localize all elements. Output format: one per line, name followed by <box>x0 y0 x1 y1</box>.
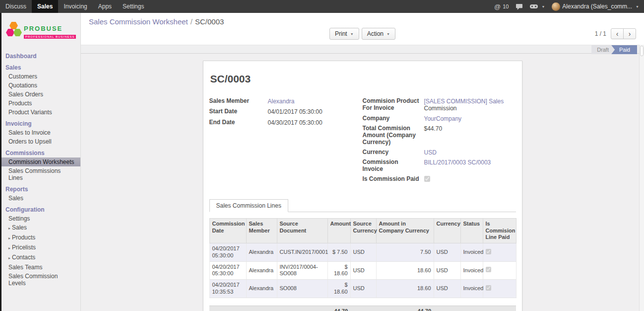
pager-previous-button[interactable]: ‹ <box>611 28 624 39</box>
sidebar-item-orders-to-upsell[interactable]: Orders to Upsell <box>1 137 80 146</box>
is-commission-paid-checkbox <box>424 176 430 182</box>
sidebar-section-reports[interactable]: Reports <box>1 185 80 194</box>
caret-down-icon: ▼ <box>386 32 390 36</box>
tools-menu-button[interactable]: ▼ <box>530 4 545 9</box>
at-icon: @ <box>494 3 501 10</box>
sidebar-item-sales-orders[interactable]: Sales Orders <box>1 90 80 99</box>
sidebar-item-label: Products <box>12 234 35 241</box>
status-paid[interactable]: Paid <box>611 45 637 54</box>
sidebar-item-quotations[interactable]: Quotations <box>1 81 80 90</box>
field-label-is-commission-paid: Is Commission Paid <box>363 176 424 183</box>
cell-line-paid <box>483 243 516 262</box>
menu-invoicing[interactable]: Invoicing <box>58 0 92 13</box>
sidebar-item-commission-worksheets[interactable]: Commission Worksheets <box>1 157 80 166</box>
sidebar: PROBUSE PROFESSIONAL BUSINESS Dashboard … <box>0 13 81 311</box>
logo-title: PROBUSE <box>24 25 63 32</box>
sidebar-item-sales-commission-levels[interactable]: Sales Commission Levels <box>1 272 80 288</box>
col-source-currency[interactable]: Source Currency <box>350 218 376 243</box>
sidebar-item-pricelists[interactable]: ▸Pricelists <box>1 243 80 253</box>
action-button-label: Action <box>367 30 384 37</box>
col-commission-date[interactable]: Commission Date <box>209 218 246 243</box>
left-field-group: Sales Member Alexandra Start Date 04/01/… <box>209 98 363 183</box>
cell-source-currency: USD <box>350 261 376 280</box>
tab-sales-commission-lines[interactable]: Sales Commission Lines <box>209 199 288 212</box>
sidebar-item-product-variants[interactable]: Product Variants <box>1 108 80 117</box>
menu-sales[interactable]: Sales <box>32 0 58 13</box>
start-date-value: 04/01/2017 05:30:00 <box>268 108 358 115</box>
sidebar-item-products-config[interactable]: ▸Products <box>1 233 80 243</box>
cell-sales-member: Alexandra <box>246 243 277 262</box>
logo-subtitle: PROFESSIONAL BUSINESS <box>24 35 76 39</box>
breadcrumb-parent[interactable]: Sales Commission Worksheet <box>89 17 188 26</box>
company-link[interactable]: YourCompany <box>424 115 462 122</box>
sidebar-item-sales-config[interactable]: ▸Sales <box>1 223 80 233</box>
sales-member-link[interactable]: Alexandra <box>268 98 295 105</box>
total-amount: 44.70 <box>327 306 350 311</box>
commission-product-link[interactable]: [SALES COMMISSION] Sales <box>424 98 504 105</box>
col-currency[interactable]: Currency <box>434 218 460 243</box>
sidebar-item-sales-to-invoice[interactable]: Sales to Invoice <box>1 128 80 137</box>
caret-down-icon: ▼ <box>541 5 545 8</box>
action-button[interactable]: Action ▼ <box>362 28 395 40</box>
sidebar-section-configuration[interactable]: Configuration <box>1 205 80 214</box>
pager-next-button[interactable]: › <box>623 28 636 39</box>
field-label-currency: Currency <box>363 149 424 156</box>
sidebar-item-sales-report[interactable]: Sales <box>1 194 80 203</box>
cell-source-document: SO008 <box>277 280 327 298</box>
col-sales-member[interactable]: Sales Member <box>246 218 277 243</box>
status-draft[interactable]: Draft <box>591 45 615 54</box>
col-amount-company-currency[interactable]: Amount in Company Currency <box>376 218 434 243</box>
record-title: SC/0003 <box>210 73 516 85</box>
sidebar-item-customers[interactable]: Customers <box>1 72 80 81</box>
mention-count: 10 <box>503 3 509 9</box>
menu-discuss[interactable]: Discuss <box>0 0 32 13</box>
commission-invoice-link[interactable]: BILL/2017/0003 SC/0003 <box>424 159 491 166</box>
col-amount[interactable]: Amount <box>327 218 350 243</box>
table-row[interactable]: 04/20/2017 05:30:00 Alexandra CUST.IN/20… <box>209 243 516 262</box>
table-row[interactable]: 04/20/2017 10:35:53 Alexandra SO008 $ 18… <box>209 280 516 298</box>
sidebar-item-products[interactable]: Products <box>1 99 80 108</box>
field-label-commission-invoice: Commission Invoice <box>363 159 424 173</box>
sidebar-section-sales[interactable]: Sales <box>1 63 80 72</box>
cell-source-document: INV/2017/0004-SO008 <box>277 261 327 280</box>
tools-icon <box>530 4 538 9</box>
mentions-button[interactable]: @ 10 <box>494 3 509 10</box>
messages-button[interactable] <box>515 3 523 10</box>
currency-link[interactable]: USD <box>424 149 437 156</box>
col-source-document[interactable]: Source Document <box>277 218 327 243</box>
systray: @ 10 ▼ Alexandra (Sales_comm... ▼ <box>494 0 644 13</box>
chevron-right-icon: ▸ <box>8 256 10 260</box>
print-button[interactable]: Print ▼ <box>329 28 359 40</box>
sidebar-item-settings[interactable]: Settings <box>1 214 80 223</box>
user-name: Alexandra (Sales_comm... <box>562 3 632 10</box>
sidebar-item-contacts[interactable]: ▸Contacts <box>1 253 80 263</box>
breadcrumb: Sales Commission Worksheet/SC/0003 <box>89 17 224 26</box>
sidebar-item-sales-commissions-lines[interactable]: Sales Commissions Lines <box>1 166 80 182</box>
col-line-paid[interactable]: Is Commision Line Paid <box>483 218 516 243</box>
user-menu[interactable]: Alexandra (Sales_comm... ▼ <box>552 2 639 11</box>
menu-apps[interactable]: Apps <box>93 0 117 13</box>
sidebar-section-dashboard[interactable]: Dashboard <box>1 52 80 61</box>
sidebar-section-invoicing[interactable]: Invoicing <box>1 119 80 128</box>
tab-bar: Sales Commission Lines <box>209 199 516 212</box>
total-company-amount: 44.70 <box>376 306 434 311</box>
right-field-group: Commision Product For Invoice [SALES COM… <box>363 98 516 183</box>
menu-settings[interactable]: Settings <box>117 0 149 13</box>
col-status[interactable]: Status <box>460 218 483 243</box>
logo-hexagons-icon <box>5 20 21 43</box>
field-label-total-commission: Total Commision Amount (Company Currency… <box>363 125 424 146</box>
table-row[interactable]: 04/20/2017 05:30:00 Alexandra INV/2017/0… <box>209 261 516 280</box>
control-panel: Sales Commission Worksheet/SC/0003 Print… <box>81 13 644 45</box>
cell-line-paid <box>483 280 516 298</box>
line-paid-checkbox <box>486 249 491 254</box>
sidebar-section-commissions[interactable]: Commissions <box>1 149 80 157</box>
chat-bubble-icon <box>515 3 523 10</box>
sidebar-item-sales-teams[interactable]: Sales Teams <box>1 263 80 272</box>
top-menu: Discuss Sales Invoicing Apps Settings <box>0 0 149 13</box>
user-avatar <box>552 2 560 11</box>
app-window: Discuss Sales Invoicing Apps Settings @ … <box>0 0 644 311</box>
sidebar-item-label: Sales <box>12 224 27 231</box>
vertical-scrollbar[interactable] <box>639 45 644 311</box>
field-label-start-date: Start Date <box>209 108 268 115</box>
scrollbar-thumb[interactable] <box>640 46 644 56</box>
